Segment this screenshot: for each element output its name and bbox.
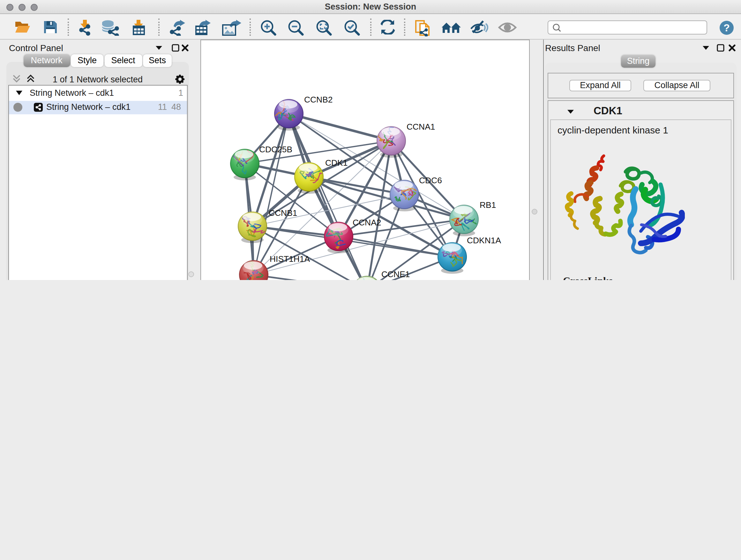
svg-text:CDK1: CDK1 bbox=[325, 158, 347, 168]
svg-text:CCNB2: CCNB2 bbox=[304, 95, 333, 105]
svg-text:CCNA1: CCNA1 bbox=[407, 122, 435, 132]
svg-text:CDC6: CDC6 bbox=[419, 176, 442, 185]
svg-text:CCNE1: CCNE1 bbox=[381, 269, 410, 279]
svg-text:?: ? bbox=[724, 22, 730, 34]
svg-text:HIST1H1A: HIST1H1A bbox=[270, 254, 310, 264]
svg-text:RB1: RB1 bbox=[480, 200, 496, 210]
svg-text:CDKN1A: CDKN1A bbox=[467, 236, 501, 245]
svg-text:CCNA2: CCNA2 bbox=[353, 218, 381, 227]
svg-text:CDC25B: CDC25B bbox=[259, 145, 292, 154]
svg-text:CCNB1: CCNB1 bbox=[269, 208, 297, 218]
